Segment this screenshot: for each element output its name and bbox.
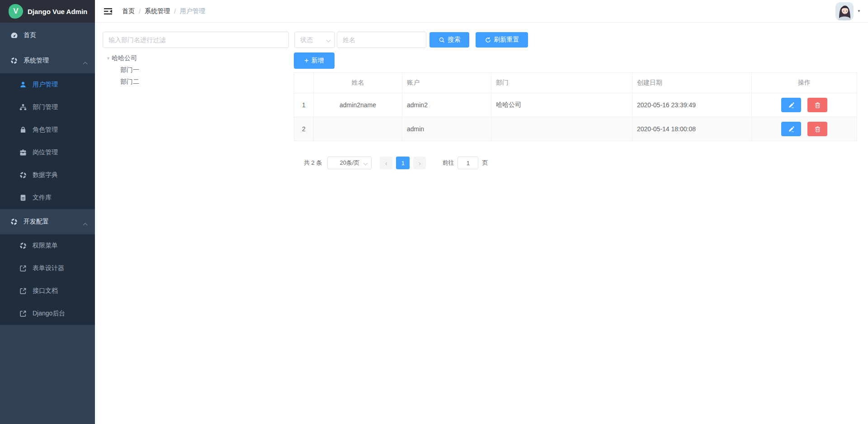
sidebar-item-label: 表单设计器 [33, 264, 64, 272]
search-button[interactable]: 搜索 [429, 32, 469, 48]
header-actions: 操作 [752, 73, 857, 93]
lock-icon [19, 126, 27, 134]
sidebar-item-posts[interactable]: 岗位管理 [0, 141, 95, 164]
cell-name: admin2name [314, 93, 402, 117]
document-icon [19, 194, 27, 202]
caret-down-icon[interactable]: ▼ [857, 9, 861, 13]
dashboard-icon [10, 31, 18, 39]
cell-name [314, 117, 402, 141]
goto-unit-label: 页 [482, 159, 488, 167]
fold-sidebar-icon[interactable] [103, 7, 113, 15]
total-count-label: 共 2 条 [304, 159, 322, 167]
sidebar-item-label: 文件库 [33, 194, 52, 202]
reset-button-label: 刷新重置 [494, 36, 519, 44]
app-title: Django Vue Admin [28, 8, 87, 15]
users-table: 姓名 账户 部门 创建日期 操作 1 admin2name admin2 哈哈公… [294, 72, 857, 141]
trash-icon [814, 102, 821, 109]
user-menu[interactable]: ▼ [835, 2, 861, 20]
sidebar-item-label: 接口文档 [33, 287, 58, 295]
page-number-button[interactable]: 1 [396, 157, 410, 169]
sidebar-item-api-docs[interactable]: 接口文档 [0, 280, 95, 302]
sidebar-item-roles[interactable]: 角色管理 [0, 119, 95, 141]
cell-actions [752, 93, 857, 117]
sidebar-item-label: 权限菜单 [33, 242, 58, 250]
external-link-icon [19, 287, 27, 295]
cell-index: 2 [294, 117, 314, 141]
edit-button[interactable] [781, 98, 801, 112]
sidebar-item-system[interactable]: 系统管理 [0, 48, 95, 73]
user-icon [19, 81, 27, 89]
sidebar-item-form-designer[interactable]: 表单设计器 [0, 257, 95, 280]
external-link-icon [19, 264, 27, 272]
sidebar-item-label: 用户管理 [33, 81, 58, 89]
breadcrumb-home[interactable]: 首页 [122, 7, 135, 15]
component-icon [19, 242, 27, 250]
briefcase-icon [19, 148, 27, 157]
tree-node-company[interactable]: ▼ 哈哈公司 [106, 52, 139, 64]
sidebar-item-files[interactable]: 文件库 [0, 186, 95, 209]
header-account: 账户 [402, 73, 491, 93]
refresh-reset-button[interactable]: 刷新重置 [476, 32, 528, 48]
cell-actions [752, 117, 857, 141]
plus-icon: + [304, 57, 308, 64]
dev-submenu: 权限菜单 表单设计器 接口文档 [0, 234, 95, 325]
logo-bar: V Django Vue Admin [0, 0, 95, 23]
edit-button[interactable] [781, 122, 801, 136]
search-icon [439, 37, 445, 43]
delete-button[interactable] [807, 98, 827, 112]
sidebar-item-dictionary[interactable]: 数据字典 [0, 164, 95, 186]
cell-index: 1 [294, 93, 314, 117]
header-name: 姓名 [314, 73, 402, 93]
sidebar-item-label: 岗位管理 [33, 148, 58, 157]
search-button-label: 搜索 [448, 36, 461, 44]
next-page-button[interactable]: › [413, 157, 426, 169]
sidebar-item-home[interactable]: 首页 [0, 23, 95, 48]
tree-node-dept[interactable]: 部门二 [106, 76, 139, 88]
department-tree: ▼ 哈哈公司 部门一 部门二 [106, 52, 139, 88]
user-management-page: ▼ 哈哈公司 部门一 部门二 搜索 [95, 23, 868, 424]
status-select[interactable] [294, 32, 335, 48]
chevron-up-icon [84, 221, 87, 228]
department-filter-input[interactable] [103, 32, 289, 48]
table-row: 2 admin 2020-05-14 18:00:08 [294, 117, 857, 141]
component-icon [10, 218, 18, 226]
table-row: 1 admin2name admin2 哈哈公司 2020-05-16 23:3… [294, 93, 857, 117]
cell-account: admin [402, 117, 491, 141]
cell-dept: 哈哈公司 [491, 93, 632, 117]
pencil-icon [788, 102, 795, 109]
sidebar-item-label: 部门管理 [33, 103, 58, 111]
sidebar-item-users[interactable]: 用户管理 [0, 73, 95, 96]
cell-dept [491, 117, 632, 141]
app-root: V Django Vue Admin 首页 系统管理 [0, 0, 868, 424]
component-icon [19, 171, 27, 179]
page-size-select[interactable]: 20条/页 [327, 157, 372, 169]
sidebar-item-dev-config[interactable]: 开发配置 [0, 209, 95, 234]
tree-node-dept[interactable]: 部门一 [106, 64, 139, 76]
prev-page-button[interactable]: ‹ [380, 157, 392, 169]
add-user-button[interactable]: + 新增 [294, 52, 335, 69]
logo-letter: V [13, 7, 18, 16]
tree-node-label: 部门一 [120, 66, 139, 74]
breadcrumb-separator: / [174, 8, 176, 15]
sidebar-item-permission-menu[interactable]: 权限菜单 [0, 234, 95, 257]
avatar[interactable] [835, 2, 854, 20]
pencil-icon [788, 126, 795, 133]
sidebar-item-departments[interactable]: 部门管理 [0, 96, 95, 119]
tree-expand-caret-icon[interactable]: ▼ [106, 56, 112, 61]
component-icon [10, 57, 18, 65]
breadcrumb: 首页 / 系统管理 / 用户管理 [122, 7, 205, 15]
sidebar-item-django-admin[interactable]: Django后台 [0, 302, 95, 325]
sidebar-menu: 首页 系统管理 用户管理 [0, 23, 95, 325]
sidebar-item-label: 系统管理 [24, 57, 49, 65]
name-search-input[interactable] [337, 32, 426, 48]
system-submenu: 用户管理 部门管理 角色管理 [0, 73, 95, 209]
sidebar-item-label: 开发配置 [24, 218, 49, 226]
vue-logo-icon: V [9, 4, 23, 19]
cell-created: 2020-05-16 23:39:49 [632, 93, 752, 117]
tree-children: 部门一 部门二 [106, 64, 139, 88]
goto-page-input[interactable] [458, 157, 478, 169]
sidebar-item-label: 首页 [24, 31, 36, 39]
delete-button[interactable] [807, 122, 827, 136]
breadcrumb-system[interactable]: 系统管理 [145, 7, 170, 15]
table-header-row: 姓名 账户 部门 创建日期 操作 [294, 73, 857, 93]
